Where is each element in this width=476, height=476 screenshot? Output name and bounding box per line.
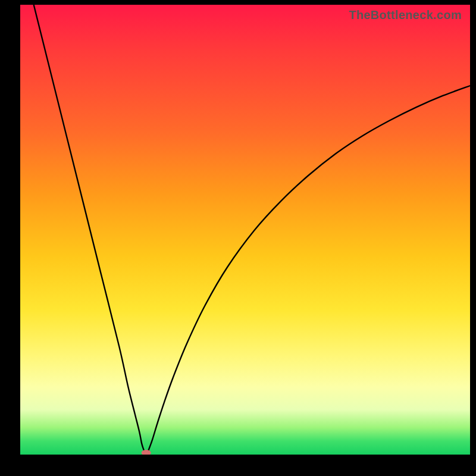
plot-svg (20, 5, 470, 455)
chart-frame: TheBottleneck.com (0, 0, 476, 476)
bottleneck-curve (34, 5, 470, 453)
min-point-marker (142, 450, 151, 455)
watermark-text: TheBottleneck.com (349, 8, 462, 22)
plot-area: TheBottleneck.com (20, 5, 470, 455)
